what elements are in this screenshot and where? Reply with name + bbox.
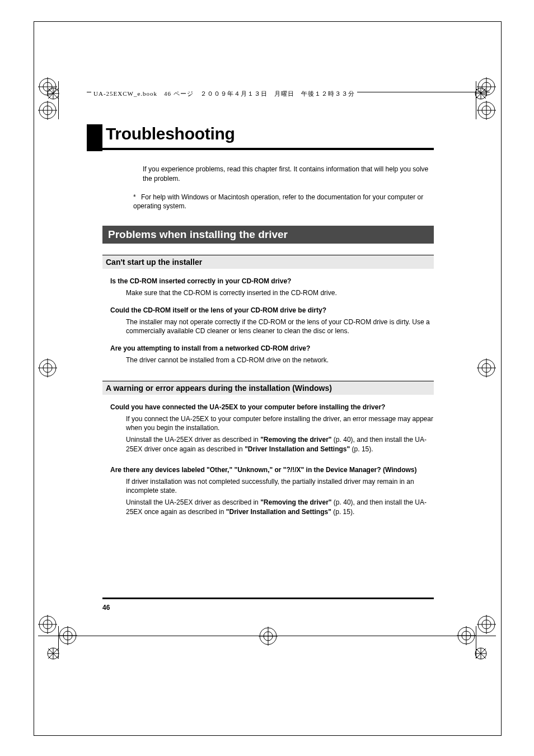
registration-mark-icon <box>477 101 496 120</box>
registration-hatch-icon <box>47 647 59 660</box>
question-text: Are there any devices labeled "Other," "… <box>110 465 434 475</box>
registration-hatch-icon <box>47 87 59 100</box>
answer-text: Uninstall the UA-25EX driver as describe… <box>126 435 434 454</box>
footnote-body: For help with Windows or Macintosh opera… <box>133 193 423 211</box>
subsection: A warning or error appears during the in… <box>102 381 434 517</box>
qa-item: Is the CD-ROM inserted correctly in your… <box>110 277 434 298</box>
registration-mark-icon <box>38 615 57 634</box>
registration-mark-icon <box>259 627 278 646</box>
question-text: Could the CD-ROM itself or the lens of y… <box>110 306 434 315</box>
section-heading: Problems when installing the driver <box>102 226 434 244</box>
subsection: Can't start up the installer Is the CD-R… <box>102 255 434 365</box>
intro-text: If you experience problems, read this ch… <box>143 165 434 184</box>
qa-item: Are there any devices labeled "Other," "… <box>110 465 434 517</box>
page-title: Troubleshooting <box>102 124 434 150</box>
registration-mark-icon <box>477 358 496 377</box>
qa-item: Could you have connected the UA-25EX to … <box>110 403 434 454</box>
subsection-heading: Can't start up the installer <box>102 255 434 269</box>
crop-line <box>476 626 476 659</box>
registration-hatch-icon <box>475 647 487 660</box>
question-text: Is the CD-ROM inserted correctly in your… <box>110 277 434 286</box>
question-text: Could you have connected the UA-25EX to … <box>110 403 434 412</box>
subsection-heading: A warning or error appears during the in… <box>102 381 434 395</box>
answer-text: The driver cannot be installed from a CD… <box>126 356 434 365</box>
crop-line <box>58 81 59 119</box>
registration-mark-icon <box>38 358 57 377</box>
question-text: Are you attempting to install from a net… <box>110 344 434 353</box>
qa-item: Are you attempting to install from a net… <box>110 344 434 365</box>
crop-line <box>58 626 59 659</box>
qa-item: Could the CD-ROM itself or the lens of y… <box>110 306 434 336</box>
answer-text: Uninstall the UA-25EX driver as describe… <box>126 498 434 517</box>
footnote-text: *For help with Windows or Macintosh oper… <box>133 193 434 212</box>
answer-text: Make sure that the CD-ROM is correctly i… <box>126 288 434 298</box>
crop-line <box>38 636 496 636</box>
asterisk-icon: * <box>133 193 141 202</box>
chapter-tab-icon <box>87 124 102 151</box>
answer-text: If you connect the UA-25EX to your compu… <box>126 414 434 433</box>
crop-line <box>476 81 476 119</box>
registration-mark-icon <box>477 615 496 634</box>
page-number: 46 <box>102 604 110 612</box>
registration-hatch-icon <box>475 87 487 100</box>
content-area: Troubleshooting If you experience proble… <box>102 124 434 517</box>
answer-text: If driver installation was not completed… <box>126 477 434 496</box>
footer-rule <box>102 598 434 599</box>
header-filename: UA-25EXCW_e.book 46 ページ ２００９年４月１３日 月曜日 午… <box>91 90 357 98</box>
answer-text: The installer may not operate correctly … <box>126 318 434 337</box>
registration-mark-icon <box>38 101 57 120</box>
